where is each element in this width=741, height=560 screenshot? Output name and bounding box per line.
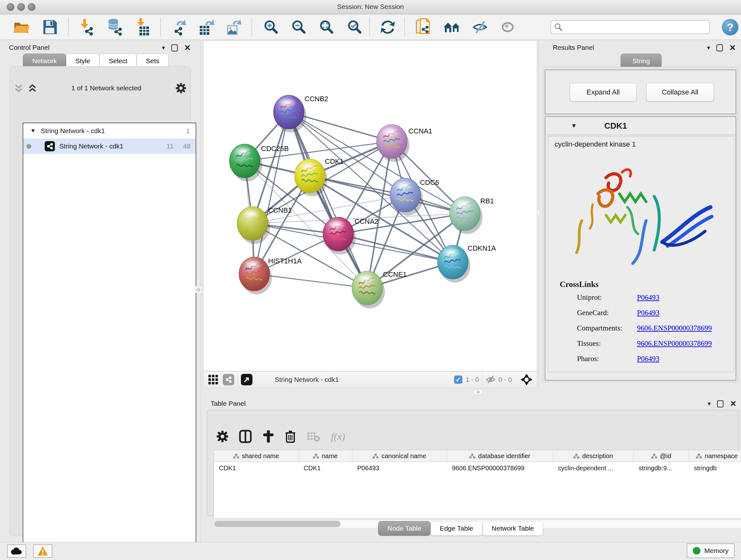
export-image-button[interactable]	[223, 18, 245, 36]
show-columns-icon[interactable]	[239, 430, 252, 443]
memory-button[interactable]: Memory	[687, 543, 735, 558]
cell-canonical-name[interactable]: P06493	[352, 462, 447, 475]
cell-namespace[interactable]: stringdb	[689, 462, 741, 475]
col-canonical-name[interactable]: canonical name	[352, 450, 447, 462]
tab-edge-table[interactable]: Edge Table	[430, 521, 482, 536]
zoom-in-button[interactable]	[261, 18, 282, 36]
crosslink-tissues[interactable]: 9606.ENSP00000378699	[637, 339, 712, 348]
col-database-identifier[interactable]: database identifier	[447, 450, 553, 462]
warning-button[interactable]	[33, 544, 52, 558]
network-node-CCNB1[interactable]: CCNB1	[237, 206, 292, 244]
network-node-label: CCNA1	[408, 127, 432, 135]
float-panel-icon[interactable]: ▾	[162, 45, 165, 51]
network-export-icon	[171, 18, 187, 36]
delete-column-trash-icon[interactable]	[285, 430, 296, 443]
create-column-icon[interactable]	[263, 430, 274, 442]
search-input[interactable]	[565, 23, 706, 31]
left-splitter-handle[interactable]	[195, 286, 202, 293]
expand-all-icon[interactable]	[28, 84, 37, 92]
network-tree: ▼ String Network - cdk1 1 String Network…	[23, 123, 196, 560]
current-network-dot-icon	[26, 144, 31, 149]
col-name[interactable]: name	[298, 450, 352, 462]
open-session-button[interactable]	[11, 18, 32, 36]
expand-all-button[interactable]: Expand All	[569, 83, 636, 102]
network-row-selected[interactable]: String Network - cdk1 11 48	[23, 138, 196, 154]
col-description[interactable]: description	[553, 450, 633, 462]
share-view-icon[interactable]	[223, 374, 234, 385]
grid-view-icon[interactable]	[208, 374, 218, 385]
crosslink-genecard[interactable]: P06493	[637, 309, 659, 317]
col-namespace[interactable]: namespace	[689, 450, 741, 462]
float-panel-icon[interactable]: ▾	[708, 401, 711, 407]
network-node-RB1[interactable]: RB1	[450, 197, 494, 234]
detach-view-icon[interactable]	[241, 374, 253, 385]
tab-string[interactable]: String	[621, 54, 662, 68]
network-edge-CDK1-RB1[interactable]	[310, 176, 465, 213]
cell-description[interactable]: cyclin-dependent ...	[553, 462, 633, 475]
cloud-button[interactable]	[7, 544, 26, 558]
collection-expand-icon[interactable]: ▼	[30, 128, 36, 134]
file-network-button[interactable]	[414, 18, 434, 36]
import-table-from-file-button[interactable]	[133, 18, 154, 36]
birdseye-crosshair-icon[interactable]	[521, 374, 532, 385]
save-session-button[interactable]	[40, 18, 61, 36]
hide-graphics-button[interactable]	[470, 18, 491, 36]
file-share-icon	[416, 18, 432, 36]
crosslink-label: Tissues:	[577, 339, 601, 348]
help-button[interactable]: ?	[722, 19, 738, 36]
scrollbar-thumb[interactable]	[214, 521, 340, 527]
export-network-button[interactable]	[169, 18, 190, 36]
close-panel-icon[interactable]: ✕	[730, 400, 737, 408]
network-edge-CCNB2-HIST1H1A[interactable]	[254, 112, 289, 274]
homes-button[interactable]	[441, 18, 462, 36]
refresh-button[interactable]	[377, 18, 398, 36]
network-node-CDC6[interactable]: CDC6	[390, 178, 439, 215]
network-node-CDKN1A[interactable]: CDKN1A	[437, 244, 496, 283]
network-node-CCNE1[interactable]: CCNE1	[352, 270, 407, 308]
show-graphics-button[interactable]	[497, 18, 518, 36]
network-node-CCNA1[interactable]: CCNA1	[377, 125, 432, 162]
undock-panel-icon[interactable]	[172, 44, 178, 51]
network-node-HIST1H1A[interactable]: HIST1H1A	[239, 257, 301, 294]
zoom-out-button[interactable]	[288, 18, 310, 36]
col-id[interactable]: @id	[633, 450, 689, 462]
crosslink-pharos[interactable]: P06493	[637, 355, 659, 363]
float-panel-icon[interactable]: ▾	[707, 45, 711, 51]
cell-shared-name[interactable]: CDK1	[214, 462, 298, 475]
selected-checkbox-icon[interactable]: ✓	[454, 375, 462, 384]
network-node-CCNA2[interactable]: CCNA2	[323, 217, 379, 254]
import-network-from-database-button[interactable]	[105, 18, 125, 36]
tab-node-table[interactable]: Node Table	[378, 521, 430, 536]
network-node-CDK1[interactable]: CDK1	[294, 158, 344, 196]
network-node-CCNB2[interactable]: CCNB2	[273, 95, 328, 132]
cell-name[interactable]: CDK1	[298, 462, 352, 475]
network-canvas[interactable]: CCNB2CCNA1CDC25BCDK1CDC6RB1CCNB1CCNA2CDK…	[203, 41, 537, 371]
table-options-gear-icon[interactable]	[217, 431, 228, 442]
close-panel-icon[interactable]: ✕	[184, 44, 191, 52]
tab-network-table[interactable]: Network Table	[482, 521, 543, 536]
zoom-fit-button[interactable]	[316, 18, 337, 36]
cell-database-identifier[interactable]: 9606.ENSP00000378699	[447, 462, 553, 475]
hidden-count-badge: 0 - 0	[498, 376, 512, 383]
export-table-button[interactable]	[196, 18, 217, 36]
import-network-from-file-button[interactable]	[77, 18, 98, 36]
col-shared-name[interactable]: shared name	[214, 450, 298, 462]
network-collection-row[interactable]: ▼ String Network - cdk1 1	[23, 123, 196, 138]
network-options-gear-icon[interactable]	[176, 83, 186, 93]
table-row[interactable]: CDK1 CDK1 P06493 9606.ENSP00000378699 cy…	[214, 462, 741, 475]
crosslink-compartments[interactable]: 9606.ENSP00000378699	[637, 324, 712, 332]
cell-id[interactable]: stringdb:9...	[633, 462, 689, 475]
collapse-all-icon[interactable]	[14, 84, 23, 92]
crosslink-label: Pharos:	[577, 355, 599, 363]
close-panel-icon[interactable]: ✕	[729, 44, 736, 52]
collapse-all-button[interactable]: Collapse All	[646, 83, 714, 102]
crosslink-uniprot[interactable]: P06493	[637, 294, 659, 302]
undock-panel-icon[interactable]	[717, 44, 723, 51]
undock-panel-icon[interactable]	[717, 400, 724, 408]
table-panel: Table Panel ▾ ✕ f(x) shared name	[202, 396, 741, 542]
bottom-splitter-handle[interactable]	[474, 389, 482, 395]
control-panel: Control Panel ▾ ✕ Network Style Select S…	[3, 40, 200, 542]
crosslink-label: GeneCard:	[577, 309, 609, 317]
gene-collapse-icon[interactable]: ▼	[571, 122, 577, 129]
zoom-selected-button[interactable]	[344, 18, 365, 36]
